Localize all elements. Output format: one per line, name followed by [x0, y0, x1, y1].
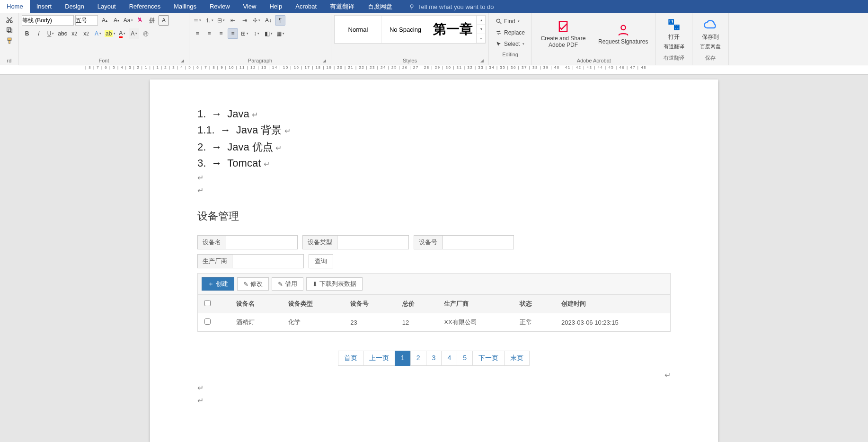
baidu-save-button[interactable]: 保存到 百度网盘: [695, 15, 726, 53]
select-button[interactable]: Select: [494, 39, 527, 49]
edit-button[interactable]: ✎修改: [237, 277, 269, 291]
request-signatures-button[interactable]: Request Signatures: [593, 15, 653, 53]
find-button[interactable]: Find: [494, 16, 527, 27]
tab-references[interactable]: References: [123, 0, 167, 13]
tab-insert[interactable]: Insert: [30, 0, 59, 13]
copy-icon[interactable]: [6, 27, 13, 34]
shrink-font-button[interactable]: A▾: [111, 15, 122, 26]
list-item[interactable]: 3. → Tomcat ↵: [197, 157, 671, 169]
italic-button[interactable]: I: [34, 28, 44, 39]
clear-formatting-button[interactable]: A↯: [135, 15, 145, 26]
asian-layout-button[interactable]: ✢: [251, 15, 262, 26]
change-case-button[interactable]: Aa: [123, 15, 133, 26]
multilevel-button[interactable]: ⊟: [216, 15, 226, 26]
bullets-button[interactable]: ≣: [192, 15, 203, 26]
page-2[interactable]: 2: [410, 351, 426, 366]
create-button[interactable]: ＋创建: [202, 277, 234, 291]
tab-review[interactable]: Review: [203, 0, 237, 13]
numbering-button[interactable]: ⒈: [204, 15, 214, 26]
show-marks-button[interactable]: ¶: [275, 15, 285, 26]
gallery-more-icon[interactable]: ⌄: [477, 34, 485, 43]
tell-me-search[interactable]: Tell me what you want to do: [399, 3, 494, 10]
decrease-indent-button[interactable]: ⇤: [228, 15, 238, 26]
line-spacing-button[interactable]: ↕: [251, 28, 262, 39]
tab-acrobat[interactable]: Acrobat: [289, 0, 323, 13]
download-button[interactable]: ⬇下载列表数据: [306, 277, 363, 291]
list-item[interactable]: 1.1. → Java 背景 ↵: [197, 123, 671, 137]
page-first[interactable]: 首页: [338, 351, 363, 366]
page-last[interactable]: 末页: [504, 351, 530, 366]
distributed-button[interactable]: ⊞: [239, 28, 250, 39]
align-center-button[interactable]: ≡: [204, 28, 214, 39]
format-painter-icon[interactable]: [6, 37, 13, 44]
strikethrough-button[interactable]: abc: [57, 28, 68, 39]
superscript-button[interactable]: x2: [81, 28, 91, 39]
tab-home[interactable]: Home: [0, 0, 30, 13]
empty-paragraph[interactable]: ↵: [197, 383, 671, 392]
char-shading-button[interactable]: A: [129, 28, 139, 39]
font-color-button[interactable]: A: [117, 28, 127, 39]
page-5[interactable]: 5: [457, 351, 473, 366]
bold-button[interactable]: B: [22, 28, 32, 39]
styles-gallery[interactable]: Normal No Spacing 第一章 ▴ ▾ ⌄: [334, 15, 486, 44]
empty-paragraph[interactable]: ↵: [197, 173, 671, 182]
tab-baidu[interactable]: 百度网盘: [361, 0, 399, 13]
font-launcher-icon[interactable]: ◢: [179, 58, 185, 64]
shading-button[interactable]: ◧: [263, 28, 274, 39]
create-pdf-button[interactable]: Create and Share Adobe PDF: [535, 15, 592, 53]
subscript-button[interactable]: x2: [69, 28, 80, 39]
style-normal[interactable]: Normal: [335, 16, 382, 43]
sort-button[interactable]: A↓: [263, 15, 274, 26]
page-prev[interactable]: 上一页: [363, 351, 395, 366]
youdao-translate-button[interactable]: A中 打开 有道翻译: [659, 15, 689, 53]
phonetic-guide-button[interactable]: 拼: [147, 15, 157, 26]
tab-mailings[interactable]: Mailings: [167, 0, 203, 13]
gallery-down-icon[interactable]: ▾: [477, 25, 485, 34]
empty-paragraph[interactable]: ↵: [197, 396, 671, 405]
cut-icon[interactable]: [6, 16, 13, 24]
grow-font-button[interactable]: A▴: [99, 15, 110, 26]
tab-view[interactable]: View: [237, 0, 263, 13]
text-effects-button[interactable]: A: [93, 28, 103, 39]
document-workspace[interactable]: 1. → Java ↵ 1.1. → Java 背景 ↵ 2. → Java 优…: [0, 75, 868, 442]
tab-design[interactable]: Design: [58, 0, 90, 13]
font-name-combo[interactable]: [22, 15, 74, 26]
underline-button[interactable]: U: [45, 28, 56, 39]
increase-indent-button[interactable]: ⇥: [239, 15, 250, 26]
page-3[interactable]: 3: [426, 351, 442, 366]
select-all-checkbox[interactable]: [204, 300, 211, 306]
table-row[interactable]: 酒精灯 化学 23 12 XX有限公司 正常 2023-03-06 10:23:…: [198, 313, 671, 332]
horizontal-ruler[interactable]: | 8 | 7 | 6 | 5 | 4 | 3 | 2 | 1 | | 1 | …: [0, 65, 868, 75]
style-nospacing[interactable]: No Spacing: [382, 16, 429, 43]
tab-layout[interactable]: Layout: [91, 0, 123, 13]
justify-button[interactable]: ≡: [228, 28, 238, 39]
document-page: 1. → Java ↵ 1.1. → Java 背景 ↵ 2. → Java 优…: [150, 80, 718, 442]
styles-launcher-icon[interactable]: ◢: [479, 58, 485, 64]
paragraph-launcher-icon[interactable]: ◢: [321, 58, 327, 64]
enclose-char-button[interactable]: ㊕: [141, 28, 151, 39]
page-next[interactable]: 下一页: [472, 351, 505, 366]
filter-maker-input[interactable]: [232, 255, 303, 268]
gallery-up-icon[interactable]: ▴: [477, 16, 485, 25]
font-size-combo[interactable]: [75, 15, 98, 26]
style-heading[interactable]: 第一章: [429, 16, 477, 43]
filter-type-input[interactable]: [337, 236, 408, 249]
empty-paragraph[interactable]: ↵: [197, 186, 671, 195]
filter-no-input[interactable]: [443, 236, 514, 249]
page-4[interactable]: 4: [441, 351, 457, 366]
borders-button[interactable]: ▦: [275, 28, 285, 39]
row-checkbox[interactable]: [204, 318, 211, 325]
tab-youdao[interactable]: 有道翻译: [323, 0, 361, 13]
align-left-button[interactable]: ≡: [192, 28, 203, 39]
search-button[interactable]: 查询: [309, 254, 333, 268]
replace-button[interactable]: Replace: [494, 27, 527, 38]
list-item[interactable]: 1. → Java ↵: [197, 108, 671, 120]
highlight-button[interactable]: ab: [105, 28, 115, 39]
char-border-button[interactable]: A: [159, 15, 169, 26]
list-item[interactable]: 2. → Java 优点 ↵: [197, 140, 671, 154]
align-right-button[interactable]: ≡: [216, 28, 226, 39]
page-1[interactable]: 1: [395, 351, 411, 366]
filter-name-input[interactable]: [226, 236, 297, 249]
tab-help[interactable]: Help: [263, 0, 289, 13]
borrow-button[interactable]: ✎借用: [272, 277, 303, 291]
